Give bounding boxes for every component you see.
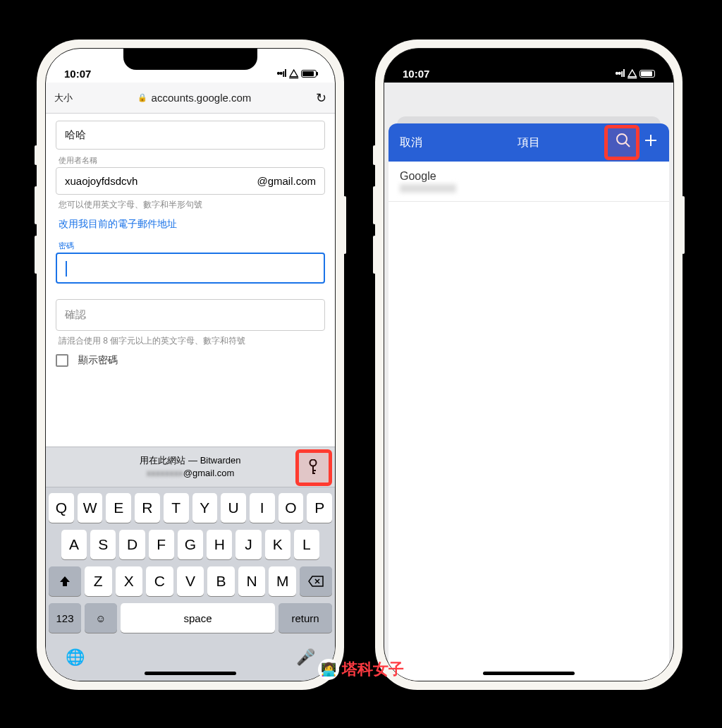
home-indicator[interactable]: [483, 672, 575, 675]
search-icon: [616, 133, 631, 148]
key-z[interactable]: Z: [85, 566, 112, 596]
autofill-suggestion[interactable]: 用在此網站 — Bitwarden xxxxxxxx@gmail.com: [46, 454, 335, 480]
status-time: 10:07: [64, 68, 91, 80]
key-row-2: A S D F G H J K L: [49, 530, 332, 559]
search-button[interactable]: [616, 133, 631, 152]
cancel-button[interactable]: 取消: [400, 135, 422, 150]
password-input[interactable]: [56, 253, 325, 284]
key-j[interactable]: J: [235, 530, 261, 559]
text-cursor: [66, 261, 67, 277]
key-space[interactable]: space: [121, 603, 275, 633]
key-x[interactable]: X: [116, 566, 143, 596]
key-shift[interactable]: [49, 566, 81, 596]
lock-icon: 🔒: [137, 93, 147, 102]
key-c[interactable]: C: [146, 566, 173, 596]
autofill-email-blurred: xxxxxxxx: [147, 467, 183, 480]
phone-left: 10:07 大小 🔒 accounts.google.com ↻ 哈哈 使用者名…: [37, 40, 344, 690]
mic-icon[interactable]: 🎤: [296, 648, 315, 667]
signal-icon: [276, 68, 286, 79]
notch: [123, 49, 257, 70]
svg-line-5: [625, 142, 630, 147]
status-time: 10:07: [403, 68, 429, 80]
key-backspace[interactable]: [300, 566, 332, 596]
key-k[interactable]: K: [265, 530, 290, 559]
reload-button[interactable]: ↻: [316, 90, 326, 106]
password-key-button[interactable]: [298, 454, 328, 480]
key-m[interactable]: M: [269, 566, 296, 596]
vault-item-title: Google: [400, 170, 658, 183]
svg-point-4: [617, 134, 627, 144]
key-l[interactable]: L: [294, 530, 319, 559]
key-q[interactable]: Q: [49, 493, 74, 523]
password-label: 密碼: [59, 241, 325, 251]
key-v[interactable]: V: [177, 566, 204, 596]
key-b[interactable]: B: [207, 566, 235, 596]
backspace-icon: [308, 576, 324, 587]
key-y[interactable]: Y: [192, 493, 218, 523]
home-indicator[interactable]: [145, 672, 236, 675]
key-row-1: Q W E R T Y U I O P: [49, 493, 332, 523]
name-input[interactable]: 哈哈: [56, 121, 325, 150]
watermark-icon: 👩‍💻: [318, 659, 339, 680]
username-suffix: @gmail.com: [257, 175, 316, 187]
username-value: xuaojoyfdsdcvh: [65, 175, 137, 187]
key-h[interactable]: H: [207, 530, 232, 559]
wifi-icon: [289, 67, 298, 80]
key-o[interactable]: O: [279, 493, 304, 523]
text-size-button[interactable]: 大小: [54, 92, 73, 104]
key-g[interactable]: G: [178, 530, 203, 559]
use-existing-email-link[interactable]: 改用我目前的電子郵件地址: [59, 218, 325, 231]
power-button: [343, 196, 346, 254]
key-a[interactable]: A: [61, 530, 87, 559]
volume-up: [35, 186, 37, 224]
battery-icon: [640, 70, 655, 78]
svg-rect-2: [312, 470, 316, 471]
vault-item-google[interactable]: Google: [388, 162, 669, 202]
shift-icon: [59, 576, 71, 587]
keyboard-dock: 🌐 🎤: [46, 644, 335, 681]
key-f[interactable]: F: [149, 530, 174, 559]
show-password-label: 顯示密碼: [78, 354, 118, 367]
autofill-title: 用在此網站 — Bitwarden: [46, 454, 335, 467]
url-text: accounts.google.com: [152, 92, 252, 104]
key-row-4: 123 ☺ space return: [49, 603, 332, 633]
phone-right: 10:07 取消 項目: [375, 40, 683, 690]
key-123[interactable]: 123: [49, 603, 81, 633]
url-display[interactable]: 🔒 accounts.google.com: [80, 92, 309, 104]
bitwarden-header: 取消 項目: [388, 123, 669, 162]
key-r[interactable]: R: [135, 493, 160, 523]
key-t[interactable]: T: [164, 493, 189, 523]
key-row-3: Z X C V B N M: [49, 566, 332, 596]
vault-item-subtitle-blurred: [400, 184, 456, 193]
volume-down: [373, 236, 376, 274]
key-p[interactable]: P: [307, 493, 332, 523]
show-password-checkbox[interactable]: [56, 354, 68, 367]
key-n[interactable]: N: [238, 566, 266, 596]
keyboard-area: 用在此網站 — Bitwarden xxxxxxxx@gmail.com Q W…: [46, 447, 335, 681]
username-input[interactable]: xuaojoyfdsdcvh @gmail.com: [56, 167, 325, 195]
password-helper: 請混合使用 8 個字元以上的英文字母、數字和符號: [59, 335, 325, 347]
confirm-password-input[interactable]: 確認: [56, 299, 325, 331]
key-s[interactable]: S: [90, 530, 116, 559]
watermark-text: 塔科女子: [342, 659, 404, 680]
plus-icon: [644, 133, 658, 147]
key-emoji[interactable]: ☺: [85, 603, 117, 633]
signup-form: 哈哈 使用者名稱 xuaojoyfdsdcvh @gmail.com 您可以使用…: [46, 114, 335, 374]
key-return[interactable]: return: [279, 603, 332, 633]
browser-address-bar: 大小 🔒 accounts.google.com ↻: [46, 83, 335, 114]
mute-switch: [373, 145, 376, 165]
key-d[interactable]: D: [119, 530, 145, 559]
signal-icon: [615, 68, 625, 79]
svg-rect-3: [312, 473, 315, 474]
key-u[interactable]: U: [221, 493, 246, 523]
key-icon: [307, 459, 319, 475]
power-button: [682, 196, 685, 254]
modal-title: 項目: [518, 135, 540, 150]
add-button[interactable]: [644, 133, 658, 152]
username-label: 使用者名稱: [59, 155, 325, 166]
key-e[interactable]: E: [106, 493, 131, 523]
key-i[interactable]: I: [250, 493, 275, 523]
globe-icon[interactable]: 🌐: [66, 648, 85, 667]
volume-up: [373, 186, 376, 224]
key-w[interactable]: W: [78, 493, 103, 523]
